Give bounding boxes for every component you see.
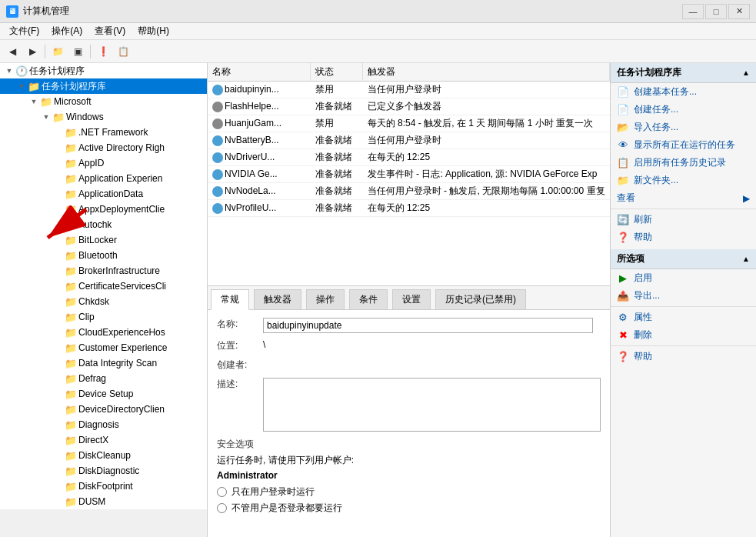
table-row[interactable]: NvProfileU...准备就绪在每天的 12:25 [208,200,610,217]
tree-item-appdata[interactable]: 📁 ApplicationData [0,186,207,202]
tree-item-directx[interactable]: 📁 DirectX [0,432,207,448]
up-button[interactable]: 📁 [48,43,67,60]
tab-condition[interactable]: 条件 [349,289,388,309]
tree-item-appx[interactable]: 📁 AppxDeploymentClie [0,202,207,217]
task-table: 名称 状态 触发器 baidupinyin...禁用当任何用户登录时FlashH… [208,63,610,217]
tree-item-diskclean[interactable]: 📁 DiskCleanup [0,448,207,463]
tree-item-chkdsk-label: Chkdsk [78,296,109,307]
tab-history[interactable]: 历史记录(已禁用) [435,289,526,309]
folder-icon19: 📁 [65,342,77,354]
action-enable-history[interactable]: 📋 启用所有任务历史记录 [611,154,756,172]
tree-item-dotnet[interactable]: 📁 .NET Framework [0,125,207,140]
task-list-panel: 名称 状态 触发器 baidupinyin...禁用当任何用户登录时FlashH… [208,63,610,286]
radio-logged-in[interactable] [217,487,227,497]
tree-item-devdir-label: DeviceDirectoryClien [78,404,165,415]
table-row[interactable]: NvNodeLa...准备就绪当任何用户登录时 - 触发后, 无限期地每隔 1.… [208,183,610,200]
tab-settings[interactable]: 设置 [392,289,431,309]
tree-item-autochk[interactable]: 📁 Autochk [0,217,207,232]
tree-item-broker[interactable]: 📁 BrokerInfrastructure [0,263,207,279]
tab-action[interactable]: 操作 [306,289,345,309]
action-new-folder[interactable]: 📁 新文件夹... [611,172,756,189]
tree-windows[interactable]: ▼ 📁 Windows [0,109,207,125]
folder-icon29: 📁 [65,496,77,508]
tree-root[interactable]: ▼ 🕐 任务计划程序 [0,63,207,78]
tree-item-clip[interactable]: 📁 Clip [0,309,207,325]
task-trigger-cell: 已定义多个触发器 [363,98,610,115]
action-enable[interactable]: ▶ 启用 [611,269,756,287]
tree-item-diag[interactable]: 📁 Diagnosis [0,417,207,432]
tree-item-dusm[interactable]: 📁 DUSM [0,494,207,509]
tab-trigger[interactable]: 触发器 [254,289,301,309]
col-trigger[interactable]: 触发器 [363,63,610,82]
table-row[interactable]: HuanjuGam...禁用每天的 8:54 - 触发后, 在 1 天 期间每隔… [208,115,610,132]
tree-item-diskdiag[interactable]: 📁 DiskDiagnostic [0,463,207,479]
tree-tasklibrary[interactable]: ▼ 📁 任务计划程序库 [0,78,207,94]
name-input[interactable] [263,318,593,333]
section1-collapse-icon[interactable]: ▲ [742,68,750,77]
forward-button[interactable]: ▶ [23,43,42,60]
tree-item-appid[interactable]: 📁 AppID [0,155,207,171]
radio-row1: 只在用户登录时运行 [217,485,601,499]
table-row[interactable]: NvDriverU...准备就绪在每天的 12:25 [208,149,610,166]
action-create-task[interactable]: 📄 创建任务... [611,101,756,118]
action-refresh[interactable]: 🔄 刷新 [611,211,756,228]
action-view-submenu[interactable]: 查看 ▶ [611,189,756,207]
tree-item-adr[interactable]: 📁 Active Directory Righ [0,140,207,155]
tree-item-dis[interactable]: 📁 Data Integrity Scan [0,355,207,371]
show-hide-button[interactable]: ▣ [68,43,87,60]
tree-item-appexp[interactable]: 📁 Application Experien [0,171,207,186]
tree-item-diskfoot[interactable]: 📁 DiskFootprint [0,479,207,494]
tree-microsoft[interactable]: ▼ 📁 Microsoft [0,94,207,109]
left-panel-wrapper: ▼ 🕐 任务计划程序 ▼ 📁 任务计划程序库 ▼ 📁 Microsoft ▼ 📁… [0,63,208,537]
security-label: 安全选项 [217,438,601,451]
properties-button[interactable]: ❗ [94,43,112,60]
tree-item-devsetup[interactable]: 📁 Device Setup [0,386,207,402]
action-import[interactable]: 📂 导入任务... [611,118,756,136]
tree-item-customer[interactable]: 📁 Customer Experience [0,340,207,355]
col-name[interactable]: 名称 [208,63,311,82]
close-button[interactable]: ✕ [728,4,750,19]
desc-textarea[interactable] [263,378,601,432]
action-properties-label: 属性 [634,311,652,324]
action-export[interactable]: 📤 导出... [611,287,756,305]
menu-help[interactable]: 帮助(H) [132,23,175,39]
action-help1[interactable]: ❓ 帮助 [611,228,756,246]
actions-section1-title: 任务计划程序库 [617,66,681,79]
task-name-cell: baidupinyin... [208,82,311,98]
table-row[interactable]: NVIDIA Ge...准备就绪发生事件时 - 日志: Application,… [208,166,610,183]
section2-collapse-icon[interactable]: ▲ [742,255,750,263]
action-delete[interactable]: ✖ 删除 [611,326,756,344]
tree-item-cloud[interactable]: 📁 CloudExperienceHos [0,325,207,340]
maximize-button[interactable]: □ [705,4,727,19]
table-row[interactable]: FlashHelpe...准备就绪已定义多个触发器 [208,98,610,115]
app-icon: 🖥 [6,5,18,18]
menu-file[interactable]: 文件(F) [3,23,45,39]
folder-icon18: 📁 [65,327,77,339]
back-button[interactable]: ◀ [3,43,22,60]
action-help2[interactable]: ❓ 帮助 [611,348,756,365]
help-toolbar-button[interactable]: 📋 [114,43,132,60]
action-properties[interactable]: ⚙ 属性 [611,309,756,326]
action-create-basic-label: 创建基本任务... [634,85,697,98]
table-row[interactable]: baidupinyin...禁用当任何用户登录时 [208,82,610,98]
radio-always[interactable] [217,503,227,513]
menu-view[interactable]: 查看(V) [88,23,132,39]
tree-item-devdir[interactable]: 📁 DeviceDirectoryClien [0,402,207,417]
table-row[interactable]: NvBatteryB...准备就绪当任何用户登录时 [208,132,610,149]
tree-item-bluetooth-label: Bluetooth [78,250,118,261]
create-basic-icon: 📄 [617,86,629,98]
tree-windows-label: Windows [66,112,104,122]
tree-item-defrag[interactable]: 📁 Defrag [0,371,207,386]
tree-item-chkdsk[interactable]: 📁 Chkdsk [0,294,207,309]
task-name-cell: NvBatteryB... [208,132,311,149]
tree-item-cert[interactable]: 📁 CertificateServicesCli [0,279,207,294]
tree-item-bluetooth[interactable]: 📁 Bluetooth [0,248,207,263]
action-show-running[interactable]: 👁 显示所有正在运行的任务 [611,136,756,154]
action-create-basic[interactable]: 📄 创建基本任务... [611,83,756,101]
tree-microsoft-label: Microsoft [54,96,92,107]
menu-action[interactable]: 操作(A) [45,23,88,39]
minimize-button[interactable]: — [682,4,704,19]
tree-item-bitlocker[interactable]: 📁 BitLocker [0,232,207,248]
col-status[interactable]: 状态 [311,63,363,82]
tab-general[interactable]: 常规 [211,289,249,310]
